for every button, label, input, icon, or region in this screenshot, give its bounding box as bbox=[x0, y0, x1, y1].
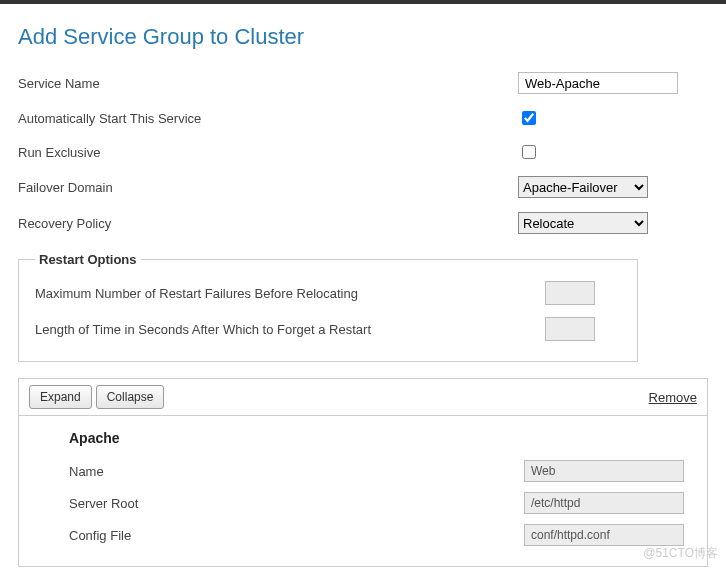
auto-start-checkbox[interactable] bbox=[522, 111, 536, 125]
row-failover-domain: Failover Domain Apache-Failover bbox=[18, 176, 708, 198]
watermark: @51CTO博客 bbox=[643, 545, 718, 562]
recovery-policy-select[interactable]: Relocate bbox=[518, 212, 648, 234]
auto-start-label: Automatically Start This Service bbox=[18, 111, 518, 126]
config-file-label: Config File bbox=[69, 528, 524, 543]
failover-domain-label: Failover Domain bbox=[18, 180, 518, 195]
row-auto-start: Automatically Start This Service bbox=[18, 108, 708, 128]
row-recovery-policy: Recovery Policy Relocate bbox=[18, 212, 708, 234]
resource-toolbar: Expand Collapse Remove bbox=[18, 378, 708, 416]
remove-link[interactable]: Remove bbox=[649, 390, 697, 405]
max-failures-label: Maximum Number of Restart Failures Befor… bbox=[35, 286, 545, 301]
page-title: Add Service Group to Cluster bbox=[18, 24, 708, 50]
row-resource-name: Name bbox=[69, 460, 707, 482]
restart-options-fieldset: Restart Options Maximum Number of Restar… bbox=[18, 252, 638, 362]
config-file-input[interactable] bbox=[524, 524, 684, 546]
run-exclusive-label: Run Exclusive bbox=[18, 145, 518, 160]
recovery-policy-label: Recovery Policy bbox=[18, 216, 518, 231]
failover-domain-select[interactable]: Apache-Failover bbox=[518, 176, 648, 198]
forget-time-input[interactable] bbox=[545, 317, 595, 341]
row-server-root: Server Root bbox=[69, 492, 707, 514]
resource-name-label: Name bbox=[69, 464, 524, 479]
page-container: Add Service Group to Cluster Service Nam… bbox=[0, 4, 726, 568]
service-name-input[interactable] bbox=[518, 72, 678, 94]
resource-name-input[interactable] bbox=[524, 460, 684, 482]
expand-button[interactable]: Expand bbox=[29, 385, 92, 409]
resource-title: Apache bbox=[69, 430, 707, 446]
server-root-input[interactable] bbox=[524, 492, 684, 514]
resource-body: Apache Name Server Root Config File bbox=[18, 416, 708, 567]
restart-options-legend: Restart Options bbox=[35, 252, 141, 267]
row-service-name: Service Name bbox=[18, 72, 708, 94]
run-exclusive-checkbox[interactable] bbox=[522, 145, 536, 159]
server-root-label: Server Root bbox=[69, 496, 524, 511]
row-config-file: Config File bbox=[69, 524, 707, 546]
row-forget-time: Length of Time in Seconds After Which to… bbox=[35, 317, 621, 341]
service-name-label: Service Name bbox=[18, 76, 518, 91]
row-run-exclusive: Run Exclusive bbox=[18, 142, 708, 162]
row-max-failures: Maximum Number of Restart Failures Befor… bbox=[35, 281, 621, 305]
collapse-button[interactable]: Collapse bbox=[96, 385, 165, 409]
forget-time-label: Length of Time in Seconds After Which to… bbox=[35, 322, 545, 337]
max-failures-input[interactable] bbox=[545, 281, 595, 305]
